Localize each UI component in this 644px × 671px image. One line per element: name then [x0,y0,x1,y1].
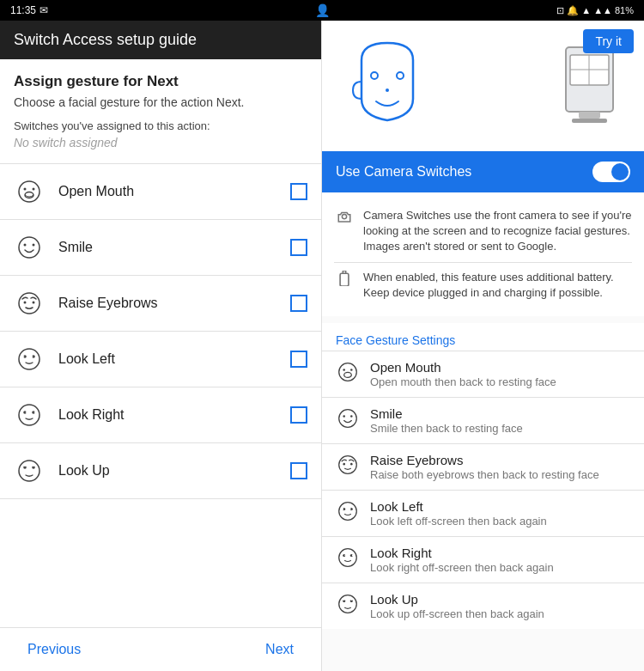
gesture-item-look-right[interactable]: Look Right [0,387,321,443]
look-right-checkbox[interactable] [290,406,307,424]
right-look-up-text: Look Up Look up off-screen then back aga… [370,592,630,620]
right-gesture-look-up: Look Up Look up off-screen then back aga… [322,583,644,629]
svg-point-47 [339,456,357,474]
look-left-label: Look Left [58,351,290,367]
right-smile-desc: Smile then back to resting face [370,422,630,435]
right-look-left-name: Look Left [370,499,630,514]
gesture-item-look-up[interactable]: Look Up [0,443,321,499]
app-title: Switch Access setup guide [14,31,197,48]
svg-point-2 [33,188,35,191]
right-look-left-text: Look Left Look left off-screen then back… [370,499,630,528]
svg-point-8 [24,302,27,304]
right-gesture-look-right: Look Right Look right off-screen then ba… [322,536,644,583]
smile-icon [14,232,45,263]
smile-label: Smile [58,240,290,255]
right-look-left-desc: Look left off-screen then back again [370,515,630,528]
svg-point-26 [397,72,404,79]
svg-point-35 [342,214,346,218]
message-icon: ✉ [39,4,48,16]
svg-point-22 [24,466,26,467]
right-smile-text: Smile Smile then back to resting face [370,406,630,435]
svg-point-41 [343,369,345,371]
try-it-button[interactable]: Try it [583,29,634,53]
status-bar: 11:35 ✉ 👤 ⊡ 🔔 ▲ ▲▲ 81% [0,0,644,21]
gesture-item-open-mouth[interactable]: Open Mouth [0,164,321,220]
look-left-checkbox[interactable] [290,351,307,368]
right-look-right-text: Look Right Look right off-screen then ba… [370,546,630,574]
face-gesture-section: Face Gesture Settings Open Mouth Open mo… [322,323,644,629]
svg-point-62 [343,600,344,601]
svg-point-25 [371,72,378,79]
right-look-right-desc: Look right off-screen then back again [370,561,630,574]
face-illustration [336,34,439,137]
gesture-item-raise-eyebrows[interactable]: Raise Eyebrows [0,276,321,332]
svg-point-4 [19,237,39,258]
svg-point-59 [352,555,353,556]
camera-illustration: Try it [322,21,644,151]
toggle-knob [611,163,629,180]
app-header: Switch Access setup guide [0,21,321,59]
raise-eyebrows-checkbox[interactable] [290,295,307,312]
svg-point-48 [343,463,345,466]
svg-point-19 [34,412,36,413]
svg-point-5 [24,244,27,247]
app-icon: 👤 [315,3,330,17]
raise-eyebrows-icon [14,288,45,319]
info-section: Camera Switches use the front camera to … [322,192,644,316]
smile-checkbox[interactable] [290,239,307,256]
right-look-up-icon [336,594,360,614]
svg-point-45 [343,415,345,418]
svg-point-50 [339,503,357,521]
camera-switch-toggle[interactable] [592,162,630,182]
right-open-mouth-icon [336,362,360,382]
camera-info-text: Camera Switches use the front camera to … [363,208,632,255]
gesture-item-look-left[interactable]: Look Left [0,332,321,387]
right-raise-eyebrows-name: Raise Eyebrows [370,453,630,467]
main-container: Switch Access setup guide Assign gesture… [0,21,644,671]
left-panel: Switch Access setup guide Assign gesture… [0,21,322,671]
svg-point-12 [23,356,25,357]
svg-point-54 [349,509,350,509]
svg-point-57 [344,555,345,556]
look-up-label: Look Up [58,463,290,479]
signal-icon: ▲▲ [593,5,612,15]
svg-point-10 [19,349,39,369]
status-icons: ⊡ 🔔 ▲ ▲▲ 81% [556,5,634,16]
right-open-mouth-desc: Open mouth then back to resting face [370,375,630,388]
open-mouth-checkbox[interactable] [290,183,307,200]
assign-section: Assign gesture for Next Choose a facial … [0,59,321,163]
right-look-left-icon [336,501,360,522]
battery-info-text: When enabled, this feature uses addition… [363,270,632,301]
previous-button[interactable]: Previous [21,638,88,661]
face-gesture-title: Face Gesture Settings [322,323,644,351]
svg-point-1 [24,188,27,191]
battery-info-icon [334,271,355,286]
no-switch-label: No switch assigned [14,136,307,149]
assign-subtitle: Choose a facial gesture for the action N… [14,95,307,109]
right-smile-name: Smile [370,406,630,421]
right-raise-eyebrows-text: Raise Eyebrows Raise both eyebrows then … [370,453,630,481]
right-look-right-name: Look Right [370,546,630,560]
info-item-battery: When enabled, this feature uses addition… [334,263,632,308]
camera-switch-label: Use Camera Switches [336,164,471,180]
camera-switch-bar: Use Camera Switches [322,151,644,192]
svg-point-27 [386,88,389,92]
assign-title: Assign gesture for Next [14,73,307,90]
gesture-item-smile[interactable]: Smile [0,220,321,276]
svg-point-24 [33,466,34,467]
look-up-icon [14,455,45,486]
right-gesture-raise-eyebrows: Raise Eyebrows Raise both eyebrows then … [322,443,644,490]
gesture-list: Open Mouth Smile [0,164,321,627]
look-up-checkbox[interactable] [290,462,307,479]
next-button[interactable]: Next [258,638,301,661]
open-mouth-label: Open Mouth [58,184,290,199]
cast-icon: ⊡ [556,5,564,16]
right-look-right-icon [336,547,360,568]
right-gesture-open-mouth: Open Mouth Open mouth then back to resti… [322,351,644,397]
svg-point-55 [339,549,357,567]
svg-rect-32 [579,112,600,119]
battery-display: 81% [615,5,634,15]
svg-point-15 [19,405,39,425]
open-mouth-icon [14,176,45,207]
svg-point-46 [350,415,353,418]
